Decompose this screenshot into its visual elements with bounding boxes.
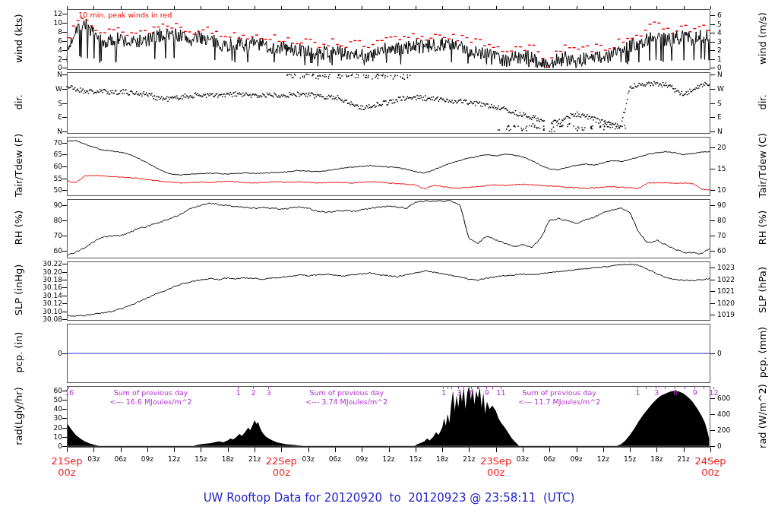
panel-slp bbox=[67, 261, 710, 321]
panel-pcp bbox=[67, 324, 710, 383]
panel-rh bbox=[67, 199, 710, 258]
panel-wind bbox=[67, 9, 710, 70]
meteogram-figure: wind (kts)wind (m/s)024681012012345610 m… bbox=[0, 0, 778, 532]
panel-tair_tdew bbox=[67, 137, 710, 196]
panel-dir bbox=[67, 72, 710, 134]
panel-rad bbox=[67, 386, 710, 448]
